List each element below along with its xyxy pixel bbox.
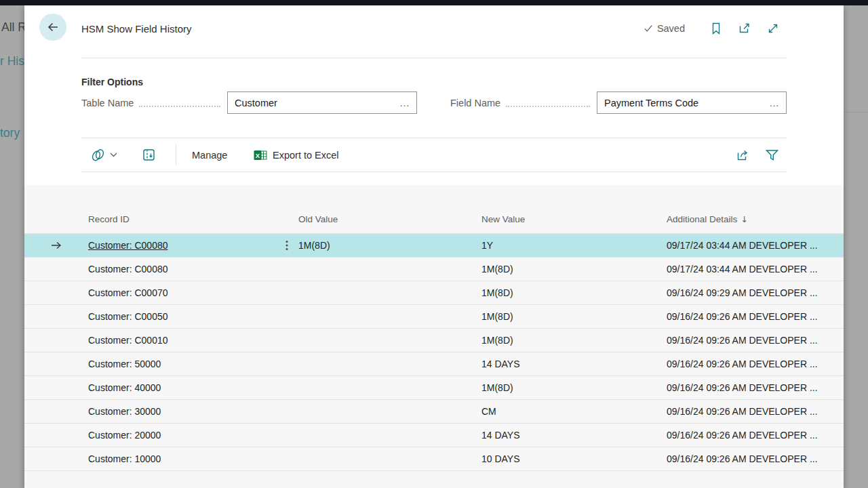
back-button[interactable] <box>39 14 66 41</box>
details-cell[interactable]: 09/16/24 09:26 AM DEVELOPER ... <box>667 400 844 423</box>
filter-funnel-button[interactable] <box>766 138 778 171</box>
screen: All R r His tory HSM Show Field History … <box>0 0 868 488</box>
field-name-assist-button[interactable]: … <box>768 97 781 108</box>
old-value-cell[interactable] <box>298 258 481 281</box>
views-dropdown-button[interactable] <box>90 138 117 171</box>
table-row[interactable]: Customer: 5000014 DAYS09/16/24 09:26 AM … <box>24 352 844 376</box>
share-button[interactable] <box>736 138 751 171</box>
table-row[interactable]: Customer: C000501M(8D)09/16/24 09:26 AM … <box>24 305 844 329</box>
list-toolbar: Manage X Export to Excel <box>24 138 844 171</box>
details-cell[interactable]: 09/16/24 09:26 AM DEVELOPER ... <box>667 352 844 375</box>
old-value-cell[interactable] <box>298 281 481 304</box>
old-value-cell[interactable]: 1M(8D) <box>298 234 481 257</box>
page-title: HSM Show Field History <box>81 23 192 35</box>
background-text-fragment: All R <box>1 20 26 35</box>
background-link-fragment: tory <box>0 126 20 140</box>
row-menu-cell <box>275 305 298 328</box>
new-value-cell[interactable]: 14 DAYS <box>481 352 667 375</box>
row-marker-cell <box>24 329 88 352</box>
old-value-cell[interactable] <box>298 447 481 470</box>
share-icon <box>736 148 751 161</box>
new-value-cell[interactable]: 1M(8D) <box>481 281 667 304</box>
bookmark-button[interactable] <box>709 22 723 35</box>
new-value-cell[interactable]: 1Y <box>481 234 667 257</box>
switch-layout-button[interactable] <box>142 138 155 171</box>
details-cell[interactable]: 09/16/24 09:26 AM DEVELOPER ... <box>667 447 844 470</box>
back-arrow-icon <box>46 20 60 34</box>
field-history-table: Record ID Old Value New Value Additional… <box>24 185 844 488</box>
sort-descending-icon: ↓ <box>741 214 747 224</box>
details-cell[interactable]: 09/16/24 09:29 AM DEVELOPER ... <box>667 281 844 304</box>
field-name-input[interactable]: Payment Terms Code … <box>597 92 787 114</box>
column-header-record-id[interactable]: Record ID <box>88 214 275 233</box>
table-row[interactable]: Customer: 400001M(8D)09/16/24 09:26 AM D… <box>24 376 844 400</box>
views-icon <box>90 148 106 163</box>
record-id-cell[interactable]: Customer: 10000 <box>88 447 275 470</box>
expand-button[interactable] <box>766 22 780 35</box>
toolbar-separator <box>176 144 176 165</box>
old-value-cell[interactable] <box>298 352 481 375</box>
top-navigation-bar <box>0 0 868 5</box>
export-to-excel-label: Export to Excel <box>273 150 339 161</box>
table-name-input[interactable]: Customer … <box>227 92 417 114</box>
record-id-cell[interactable]: Customer: C00010 <box>88 329 275 352</box>
details-cell[interactable]: 09/16/24 09:26 AM DEVELOPER ... <box>667 424 844 447</box>
details-cell[interactable]: 09/16/24 09:26 AM DEVELOPER ... <box>667 329 844 352</box>
table-row[interactable]: Customer: C000701M(8D)09/16/24 09:29 AM … <box>24 281 844 305</box>
open-in-new-window-button[interactable] <box>738 22 751 35</box>
checkmark-icon <box>644 24 653 33</box>
field-name-field-group: Field Name Payment Terms Code … <box>450 92 787 114</box>
new-value-cell[interactable]: CM <box>481 400 667 423</box>
old-value-cell[interactable] <box>298 305 481 328</box>
record-id-cell[interactable]: Customer: 30000 <box>88 400 275 423</box>
new-value-cell[interactable]: 1M(8D) <box>481 376 667 399</box>
table-row[interactable]: Customer: C000101M(8D)09/16/24 09:26 AM … <box>24 329 844 352</box>
row-menu-cell <box>275 329 298 352</box>
table-row[interactable]: Customer: C000801M(8D)09/17/24 03:44 AM … <box>24 258 844 281</box>
record-id-cell[interactable]: Customer: 20000 <box>88 424 275 447</box>
new-value-cell[interactable]: 14 DAYS <box>481 424 667 447</box>
active-row-arrow-icon <box>50 240 63 251</box>
bookmark-icon <box>711 22 721 35</box>
details-cell[interactable]: 09/17/24 03:44 AM DEVELOPER ... <box>667 234 844 257</box>
new-value-cell[interactable]: 1M(8D) <box>481 329 667 352</box>
old-value-cell[interactable] <box>298 400 481 423</box>
record-id-cell[interactable]: Customer: C00080 <box>88 234 275 257</box>
dotted-leader <box>506 99 590 107</box>
details-cell[interactable]: 09/16/24 09:26 AM DEVELOPER ... <box>667 305 844 328</box>
new-value-cell[interactable]: 10 DAYS <box>481 447 667 470</box>
column-header-new-value[interactable]: New Value <box>481 214 667 233</box>
details-cell[interactable]: 09/16/24 09:26 AM DEVELOPER ... <box>667 376 844 399</box>
old-value-cell[interactable] <box>298 424 481 447</box>
manage-menu-button[interactable]: Manage <box>192 138 227 171</box>
column-header-additional-details[interactable]: Additional Details↓ <box>667 214 844 233</box>
record-id-cell[interactable]: Customer: 50000 <box>88 352 275 375</box>
record-id-cell[interactable]: Customer: C00070 <box>88 281 275 304</box>
toolbar-bottom-divider <box>81 171 787 172</box>
table-name-assist-button[interactable]: … <box>398 97 411 108</box>
details-cell[interactable]: 09/17/24 03:44 AM DEVELOPER ... <box>667 258 844 281</box>
record-id-cell[interactable]: Customer: 40000 <box>88 376 275 399</box>
record-id-cell[interactable]: Customer: C00080 <box>88 258 275 281</box>
old-value-cell[interactable] <box>298 329 481 352</box>
field-name-value[interactable]: Payment Terms Code <box>604 98 768 108</box>
column-header-old-value[interactable]: Old Value <box>298 214 481 233</box>
table-row[interactable]: Customer: C000801M(8D)1Y09/17/24 03:44 A… <box>24 234 844 258</box>
expand-icon <box>767 22 779 35</box>
svg-text:X: X <box>256 151 260 159</box>
old-value-cell[interactable] <box>298 376 481 399</box>
row-menu-cell <box>275 258 298 281</box>
record-id-cell[interactable]: Customer: C00050 <box>88 305 275 328</box>
row-menu-cell[interactable] <box>275 234 298 257</box>
background-link-fragment: r His <box>0 54 24 68</box>
table-row[interactable]: Customer: 30000CM09/16/24 09:26 AM DEVEL… <box>24 400 844 424</box>
export-to-excel-button[interactable]: X Export to Excel <box>254 138 339 171</box>
new-value-cell[interactable]: 1M(8D) <box>481 258 667 281</box>
table-row[interactable]: Customer: 1000010 DAYS09/16/24 09:26 AM … <box>24 447 844 471</box>
table-row[interactable]: Customer: 2000014 DAYS09/16/24 09:26 AM … <box>24 424 844 447</box>
background-divider <box>844 112 868 113</box>
table-name-value[interactable]: Customer <box>235 98 398 108</box>
new-value-cell[interactable]: 1M(8D) <box>481 305 667 328</box>
chevron-down-icon <box>110 152 117 157</box>
header-divider <box>81 58 787 58</box>
